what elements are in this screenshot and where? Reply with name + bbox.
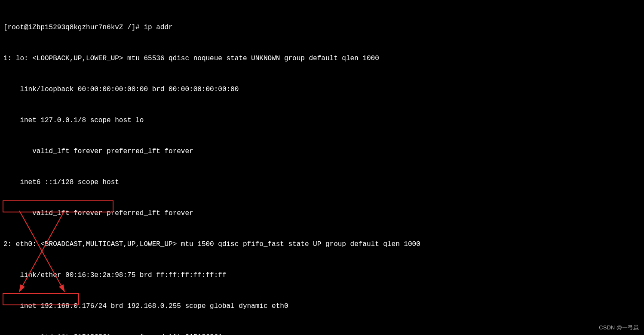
output-line: inet 192.168.0.176/24 brd 192.168.0.255 … — [3, 301, 641, 311]
shell-prompt-1[interactable]: [root@iZbp15293q8kgzhur7n6kvZ /]# ip add… — [3, 22, 641, 33]
output-line: valid_lft forever preferred_lft forever — [3, 208, 641, 218]
output-line: 2: eth0: <BROADCAST,MULTICAST,UP,LOWER_U… — [3, 239, 641, 249]
output-line: link/ether 00:16:3e:2a:98:75 brd ff:ff:f… — [3, 270, 641, 280]
watermark-text: CSDN @一弓虽 — [599, 323, 639, 332]
output-line: 1: lo: <LOOPBACK,UP,LOWER_UP> mtu 65536 … — [3, 53, 641, 64]
output-line: link/loopback 00:00:00:00:00:00 brd 00:0… — [3, 84, 641, 95]
output-line: valid_lft forever preferred_lft forever — [3, 146, 641, 157]
output-line: inet6 ::1/128 scope host — [3, 177, 641, 187]
output-line: valid_lft 315186861sec preferred_lft 315… — [3, 332, 641, 335]
terminal-window[interactable]: [root@iZbp15293q8kgzhur7n6kvZ /]# ip add… — [0, 0, 644, 335]
output-line: inet 127.0.0.1/8 scope host lo — [3, 115, 641, 126]
